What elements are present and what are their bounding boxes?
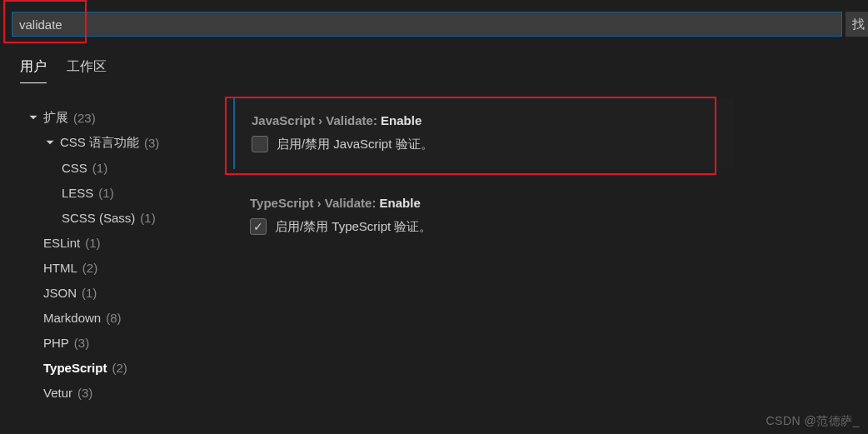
toc-node-css[interactable]: CSS (1) <box>10 155 217 180</box>
toc-node-typescript[interactable]: TypeScript (2) <box>10 355 217 380</box>
toc-node-vetur[interactable]: Vetur (3) <box>10 380 217 405</box>
setting-description: 启用/禁用 TypeScript 验证。 <box>275 219 432 235</box>
toc-node-extensions[interactable]: 扩展 (23) <box>10 105 217 130</box>
toc-count: (1) <box>82 286 97 300</box>
toc-node-less[interactable]: LESS (1) <box>10 180 217 205</box>
settings-content: JavaScript › Validate: Enable 启用/禁用 Java… <box>217 98 868 405</box>
toc-label: SCSS (Sass) <box>62 211 135 225</box>
toc-node-json[interactable]: JSON (1) <box>10 280 217 305</box>
toc-label: Vetur <box>43 386 72 400</box>
search-side-label: 找 <box>846 12 868 37</box>
tab-workspace[interactable]: 工作区 <box>67 58 107 83</box>
toc-label: HTML <box>43 261 77 275</box>
toc-node-html[interactable]: HTML (2) <box>10 255 217 280</box>
toc-label: TypeScript <box>43 361 107 375</box>
toc-count: (8) <box>106 311 121 325</box>
toc-label: Markdown <box>43 311 101 325</box>
setting-body: 启用/禁用 TypeScript 验证。 <box>250 218 716 235</box>
toc-label: PHP <box>43 336 69 350</box>
setting-path: TypeScript › Validate: <box>250 196 380 210</box>
search-row: 找 <box>0 0 868 43</box>
toc-node-php[interactable]: PHP (3) <box>10 330 217 355</box>
toc-label: ESLint <box>43 236 80 250</box>
setting-javascript-validate-enable: JavaScript › Validate: Enable 启用/禁用 Java… <box>233 98 733 169</box>
setting-typescript-validate-enable: TypeScript › Validate: Enable 启用/禁用 Type… <box>233 181 733 252</box>
toc-node-scss[interactable]: SCSS (Sass) (1) <box>10 205 217 230</box>
toc-count: (3) <box>77 386 92 400</box>
setting-title: JavaScript › Validate: Enable <box>252 113 716 127</box>
toc-count: (1) <box>98 186 113 200</box>
setting-leaf: Enable <box>380 196 421 210</box>
settings-toc: 扩展 (23) CSS 语言功能 (3) CSS (1) LESS (1) SC… <box>0 98 217 405</box>
toc-count: (1) <box>140 211 155 225</box>
checkbox-js-validate[interactable] <box>252 136 268 152</box>
toc-node-css-lang[interactable]: CSS 语言功能 (3) <box>10 130 217 155</box>
toc-count: (1) <box>92 161 107 175</box>
watermark: CSDN @范德萨_ <box>766 414 860 429</box>
setting-title: TypeScript › Validate: Enable <box>250 196 716 210</box>
toc-label: 扩展 <box>43 110 68 126</box>
toc-count: (2) <box>82 261 97 275</box>
toc-count: (23) <box>73 111 96 125</box>
toc-count: (1) <box>85 236 100 250</box>
settings-scope-tabs: 用户 工作区 <box>0 43 868 83</box>
settings-search-input[interactable] <box>12 12 842 37</box>
settings-body: 扩展 (23) CSS 语言功能 (3) CSS (1) LESS (1) SC… <box>0 98 868 405</box>
toc-label: JSON <box>43 286 77 300</box>
setting-leaf: Enable <box>381 113 422 127</box>
tab-user[interactable]: 用户 <box>20 58 47 83</box>
setting-path: JavaScript › Validate: <box>252 113 381 127</box>
toc-label: CSS 语言功能 <box>60 135 139 151</box>
toc-count: (3) <box>74 336 89 350</box>
chevron-down-icon <box>43 136 57 149</box>
toc-count: (2) <box>112 361 127 375</box>
setting-description: 启用/禁用 JavaScript 验证。 <box>277 137 433 152</box>
toc-node-markdown[interactable]: Markdown (8) <box>10 305 217 330</box>
chevron-down-icon <box>27 111 40 124</box>
setting-body: 启用/禁用 JavaScript 验证。 <box>252 136 716 152</box>
checkbox-ts-validate[interactable] <box>250 218 267 235</box>
toc-count: (3) <box>144 136 159 150</box>
toc-label: LESS <box>62 186 93 200</box>
toc-node-eslint[interactable]: ESLint (1) <box>10 230 217 255</box>
toc-label: CSS <box>62 161 87 175</box>
